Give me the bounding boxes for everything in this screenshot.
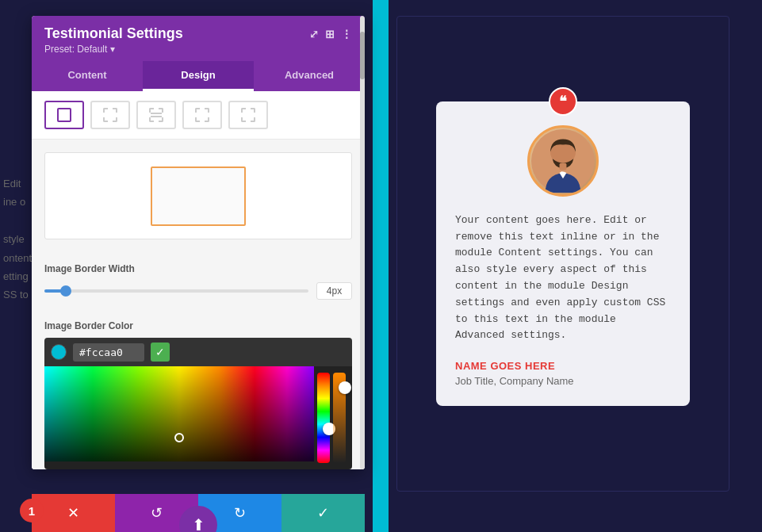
right-preview-panel: ❝ Your content goes here. Edi: [396, 16, 729, 492]
left-text-line3: [3, 212, 32, 230]
image-border-color-section: Image Border Color ✓: [32, 311, 365, 469]
preview-box: [44, 152, 352, 239]
color-picker-container: ✓: [44, 338, 352, 469]
layout-option-dashed-3[interactable]: [182, 101, 222, 129]
scroll-indicator: [360, 16, 365, 469]
quote-badge: ❝: [549, 87, 577, 116]
quote-icon: ❝: [559, 93, 567, 110]
slider-row: 4px: [44, 282, 352, 300]
image-border-width-section: Image Border Width 4px: [32, 252, 365, 311]
tab-content[interactable]: Content: [32, 61, 143, 91]
left-text-line5: ontent: [3, 249, 32, 267]
layout-option-dashed-4[interactable]: [228, 101, 268, 129]
settings-panel: Testimonial Settings ⤢ ⊞ ⋮ Preset: Defau…: [32, 16, 365, 469]
left-text-line2: ine o: [3, 193, 32, 211]
panel-tabs: Content Design Advanced: [32, 61, 365, 91]
panel-header: Testimonial Settings ⤢ ⊞ ⋮ Preset: Defau…: [32, 16, 365, 61]
preview-container: [32, 140, 365, 252]
layout-selector-row: [32, 91, 365, 140]
panel-preset[interactable]: Preset: Default ▾: [44, 44, 352, 55]
testimonial-name: NAME GOES HERE: [455, 360, 671, 372]
expand-icon[interactable]: ⤢: [309, 28, 319, 40]
slider-thumb[interactable]: [60, 285, 71, 297]
opacity-slider[interactable]: [333, 373, 346, 463]
layout-icon[interactable]: ⊞: [325, 28, 335, 40]
slider-value[interactable]: 4px: [316, 282, 352, 300]
panel-body: Image Border Width 4px Image Border Colo…: [32, 91, 365, 469]
panel-title-text: Testimonial Settings: [44, 25, 183, 42]
layout-icon-box: [57, 108, 71, 122]
layout-icon-dashed-box: [103, 108, 117, 122]
left-text-line7: SS to: [3, 285, 32, 304]
layout-option-dashed-2[interactable]: [136, 101, 176, 129]
layout-option-dashed-1[interactable]: [90, 101, 130, 129]
scroll-thumb[interactable]: [360, 32, 365, 79]
opacity-slider-handle[interactable]: [339, 381, 351, 394]
layout-option-icon[interactable]: [44, 101, 84, 129]
color-confirm-button[interactable]: ✓: [151, 343, 170, 362]
panel-title-icons: ⤢ ⊞ ⋮: [309, 28, 352, 40]
hue-slider[interactable]: [317, 373, 330, 463]
bottom-circle-icon: ⬆: [192, 515, 205, 532]
cancel-button[interactable]: ✕: [32, 494, 115, 532]
gradient-area: [44, 366, 352, 469]
avatar-image: [531, 129, 595, 193]
image-border-width-label: Image Border Width: [44, 263, 352, 274]
testimonial-job-title: Job Title, Company Name: [455, 375, 671, 387]
slider-track[interactable]: [44, 289, 308, 293]
svg-rect-2: [560, 163, 567, 170]
preview-inner-box: [151, 166, 246, 226]
left-partial-text: Edit ine o style ontent etting SS to: [0, 174, 32, 304]
cyan-accent-bar: [373, 0, 389, 532]
left-text-line1: Edit: [3, 174, 32, 193]
testimonial-body-text: Your content goes here. Edit or remove t…: [455, 212, 671, 344]
tab-design[interactable]: Design: [143, 61, 254, 91]
gradient-crosshair[interactable]: [174, 433, 184, 442]
color-picker-input-row: ✓: [44, 338, 352, 366]
gradient-picker[interactable]: [44, 366, 314, 461]
more-icon[interactable]: ⋮: [341, 28, 352, 40]
avatar-container: [527, 125, 599, 197]
panel-title-row: Testimonial Settings ⤢ ⊞ ⋮: [44, 25, 352, 42]
image-border-color-label: Image Border Color: [44, 320, 352, 331]
tab-advanced[interactable]: Advanced: [254, 61, 365, 91]
left-text-line4: style: [3, 230, 32, 248]
left-text-line6: etting: [3, 267, 32, 285]
testimonial-card: ❝ Your content goes here. Edi: [436, 101, 690, 406]
step-indicator: 1: [20, 499, 44, 522]
confirm-button[interactable]: ✓: [281, 494, 365, 532]
color-hex-input[interactable]: [73, 343, 144, 362]
color-swatch-circle[interactable]: [51, 344, 67, 360]
